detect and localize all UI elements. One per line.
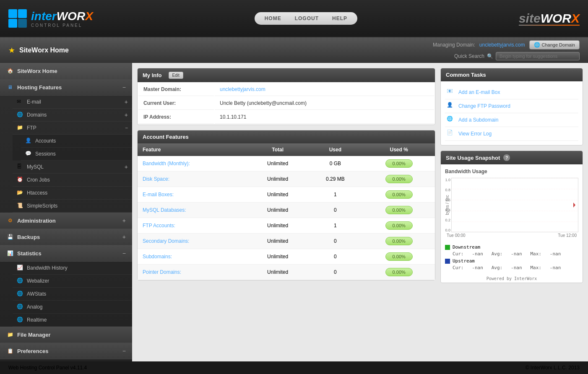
upstream-avg: -nan — [511, 265, 522, 270]
ip-address-value: 10.1.10.171 — [215, 111, 434, 124]
table-row: FTP Accounts: Unlimited 1 0.00% — [138, 218, 435, 234]
sidebar-item-home[interactable]: 🏠 SiteWorx Home — [0, 63, 132, 79]
sessions-icon: 💬 — [25, 151, 32, 157]
table-row: Disk Space: Unlimited 0.29 MB 0.00% — [138, 171, 435, 187]
feature-percent: 0.00% — [363, 171, 435, 187]
common-tasks-header: Common Tasks — [441, 68, 583, 81]
sidebar-item-accounts[interactable]: 👤 Accounts — [21, 135, 132, 148]
downstream-avg: -nan — [511, 251, 522, 257]
col-used-percent: Used % — [363, 143, 435, 156]
nav-help-button[interactable]: HELP — [325, 14, 354, 23]
feature-total: Unlimited — [248, 218, 307, 234]
time-right-label: Tue 12:00 — [558, 233, 577, 238]
sidebar-item-preferences[interactable]: 📋 Preferences − — [0, 343, 132, 359]
my-info-edit-button[interactable]: Edit — [169, 72, 183, 79]
table-row: IP Address: 10.1.10.171 — [138, 111, 434, 124]
my-info-table: Master Domain: unclebettyjarvis.com Curr… — [138, 82, 435, 125]
sidebar-item-bandwidth-history[interactable]: 📈 Bandwidth History — [13, 262, 132, 275]
ip-address-label: IP Address: — [138, 111, 214, 124]
nav-home-button[interactable]: HOME — [258, 14, 288, 23]
task-add-subdomain[interactable]: 🌐 Add a Subdomain — [445, 113, 578, 127]
mysql-plus: + — [125, 164, 128, 170]
nav-bar: HOME LOGOUT HELP — [255, 12, 357, 25]
features-table: Feature Total Used Used % Bandwidth (Mon… — [138, 143, 435, 280]
task-add-email[interactable]: 📧 Add an E-mail Box — [445, 86, 578, 99]
mysql-icon: 🗄 — [17, 164, 23, 170]
task-view-error-log-label: View Error Log — [458, 131, 492, 137]
sidebar-item-ftp[interactable]: 📁 FTP − — [13, 122, 132, 135]
statistics-children: 📈 Bandwidth History 🌐 Webalizer 🌐 AWStat… — [0, 262, 132, 327]
sidebar-item-administration[interactable]: ⚙ Administration + — [0, 213, 132, 229]
sidebar-item-hosting-features[interactable]: 🖥 Hosting Features − — [0, 79, 132, 96]
sidebar-item-analog[interactable]: 🌐 Analog — [13, 301, 132, 314]
feature-name[interactable]: MySQL Databases: — [138, 203, 248, 218]
task-change-ftp-label: Change FTP Password — [458, 103, 510, 109]
content-left: My Info Edit Master Domain: unclebettyja… — [137, 68, 435, 356]
sidebar: 🏠 SiteWorx Home 🖥 Hosting Features − ✉ E… — [0, 63, 132, 361]
header: inter WOR X CONTROL PANEL HOME LOGOUT HE… — [0, 0, 588, 38]
analog-label: Analog — [27, 304, 128, 310]
scripts-icon: 📜 — [17, 203, 23, 209]
feature-percent: 0.00% — [363, 265, 435, 280]
sidebar-item-email[interactable]: ✉ E-mail + — [13, 96, 132, 109]
help-icon[interactable]: ? — [503, 154, 510, 161]
feature-name[interactable]: Secondary Domains: — [138, 234, 248, 249]
sidebar-item-cron-jobs[interactable]: ⏰ Cron Jobs — [13, 174, 132, 187]
sidebar-item-domains[interactable]: 🌐 Domains + — [13, 109, 132, 122]
feature-name[interactable]: Bandwidth (Monthly): — [138, 156, 248, 171]
sidebar-item-file-manager[interactable]: 📁 File Manager — [0, 327, 132, 343]
master-domain-label: Master Domain: — [138, 83, 214, 96]
managing-domain-link[interactable]: unclebettyjarvis.com — [479, 42, 525, 48]
task-view-error-log[interactable]: 📄 View Error Log — [445, 127, 578, 141]
search-input[interactable] — [496, 52, 580, 60]
webalizer-label: Webalizer — [27, 278, 128, 284]
feature-name[interactable]: FTP Accounts: — [138, 218, 248, 234]
feature-name[interactable]: Pointer Domains: — [138, 265, 248, 280]
backups-icon: 💾 — [6, 233, 14, 241]
domains-plus: + — [125, 112, 128, 118]
table-row: MySQL Databases: Unlimited 0 0.00% — [138, 203, 435, 218]
subdomain-add-icon: 🌐 — [447, 116, 455, 124]
sidebar-section-hosting: 🖥 Hosting Features − ✉ E-mail + 🌐 Domain… — [0, 79, 132, 213]
sidebar-item-realtime[interactable]: 🌐 Realtime — [13, 314, 132, 327]
feature-total: Unlimited — [248, 249, 307, 265]
feature-total: Unlimited — [248, 203, 307, 218]
feature-percent: 0.00% — [363, 249, 435, 265]
feature-used: 0 — [307, 234, 363, 249]
backups-label: Backups — [17, 234, 122, 240]
sidebar-item-htaccess[interactable]: 📂 Htaccess — [13, 187, 132, 200]
sub-header: ★ SiteWorx Home Managing Domain: unclebe… — [0, 38, 588, 63]
feature-name[interactable]: Subdomains: — [138, 249, 248, 265]
ftp-label: FTP — [27, 125, 125, 131]
task-change-ftp[interactable]: 👤 Change FTP Password — [445, 99, 578, 113]
my-info-body: Master Domain: unclebettyjarvis.com Curr… — [138, 82, 435, 125]
sidebar-item-mysql[interactable]: 🗄 MySQL + — [13, 161, 132, 174]
change-domain-button[interactable]: 🌐 Change Domain — [529, 40, 580, 49]
sidebar-item-webalizer[interactable]: 🌐 Webalizer — [13, 275, 132, 288]
right-controls: Managing Domain: unclebettyjarvis.com 🌐 … — [433, 40, 580, 60]
table-row: Secondary Domains: Unlimited 0 0.00% — [138, 234, 435, 249]
master-domain-link[interactable]: unclebettyjarvis.com — [220, 86, 265, 92]
downstream-max: -nan — [550, 251, 561, 257]
awstats-label: AWStats — [27, 291, 128, 297]
sidebar-item-backups[interactable]: 💾 Backups + — [0, 229, 132, 245]
domains-label: Domains — [27, 112, 125, 118]
sidebar-item-simplescripts[interactable]: 📜 SimpleScripts — [13, 200, 132, 213]
sidebar-section-admin: ⚙ Administration + — [0, 213, 132, 229]
feature-percent: 0.00% — [363, 203, 435, 218]
task-add-email-label: Add an E-mail Box — [458, 89, 500, 95]
sidebar-item-preferences-sub[interactable]: 📋 Preferences — [13, 359, 132, 361]
sidebar-item-sessions[interactable]: 💬 Sessions — [21, 148, 132, 161]
account-features-card: Account Features Feature Total Used Used… — [137, 130, 435, 280]
sidebar-item-awstats[interactable]: 🌐 AWStats — [13, 288, 132, 301]
error-log-icon: 📄 — [447, 130, 455, 138]
quick-search-area: Quick Search 🔍 — [454, 52, 580, 60]
feature-name[interactable]: E-mail Boxes: — [138, 187, 248, 203]
sidebar-item-statistics[interactable]: 📊 Statistics − — [0, 245, 132, 262]
table-row: Master Domain: unclebettyjarvis.com — [138, 83, 434, 96]
sidebar-section-preferences: 📋 Preferences − 📋 Preferences 📋 Subscrip… — [0, 343, 132, 361]
site-usage-header: Site Usage Snapshot ? — [441, 151, 583, 164]
feature-total: Unlimited — [248, 171, 307, 187]
feature-name[interactable]: Disk Space: — [138, 171, 248, 187]
nav-logout-button[interactable]: LOGOUT — [288, 14, 325, 23]
